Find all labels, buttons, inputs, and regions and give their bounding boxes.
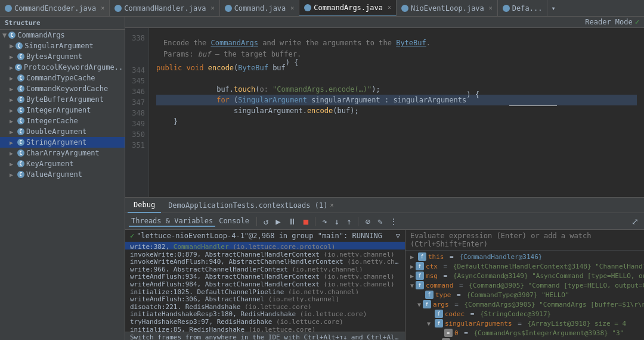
doc-buf-param: buf bbox=[198, 50, 211, 58]
tab-label-4: CommandArgs.java bbox=[314, 4, 383, 12]
var-arg-0[interactable]: ≡ 0 = {CommandArgs$IntegerArgument@3938}… bbox=[405, 328, 644, 338]
bottom-status-bar: Switch frames from anywhere in the IDE w… bbox=[125, 332, 405, 340]
stack-frame-11[interactable]: initialize:85, RedisHandshake (io.lettuc… bbox=[125, 325, 405, 332]
item-arrow-9: ▶ bbox=[10, 129, 16, 135]
tab-close-2[interactable]: × bbox=[211, 5, 215, 11]
tab-close-5[interactable]: × bbox=[489, 5, 493, 11]
item-icon-11: C bbox=[17, 149, 24, 157]
stack-frame-9[interactable]: initiateHandshakeResp3:180, RedisHandsha… bbox=[125, 309, 405, 317]
tab-command[interactable]: Command.java × bbox=[220, 0, 300, 17]
code-content[interactable]: Encode the CommandArgs and write the arg… bbox=[149, 28, 644, 197]
tree-item-key-argument[interactable]: ▶ C KeyArgument bbox=[0, 158, 125, 169]
tree-item-integer-cache[interactable]: ▶ C IntegerCache bbox=[0, 116, 125, 126]
stack-frame-6[interactable]: initialize:1025, DefaultChannelPipeline … bbox=[125, 287, 405, 295]
stop-button[interactable]: ■ bbox=[302, 216, 310, 227]
tree-item-double-argument[interactable]: ▶ C DoubleArgument bbox=[0, 126, 125, 137]
eval-expression-bar[interactable]: Evaluate expression (Enter) or add a wat… bbox=[405, 230, 644, 251]
stack-frame-10[interactable]: tryHandshakeResp3:97, RedisHandshake (io… bbox=[125, 317, 405, 325]
tree-item-char-array[interactable]: ▶ C CharArrayArgument bbox=[0, 148, 125, 158]
root-arrow: ▼ bbox=[2, 31, 7, 39]
restore-button[interactable]: ⤢ bbox=[630, 216, 640, 227]
tree-item-command-keyword-cache[interactable]: ▶ C CommandKeywordCache bbox=[0, 83, 125, 94]
tree-root[interactable]: ▼ C CommandArgs bbox=[0, 30, 125, 40]
var-codec[interactable]: f codec = {StringCodec@3917} bbox=[405, 309, 644, 319]
debug-tab-test[interactable]: DemoApplicationTests.contextLoads (1) × bbox=[162, 198, 339, 213]
tab-nio-event-loop[interactable]: NioEventLoop.java × bbox=[397, 0, 498, 17]
main-layout: Structure ▼ C CommandArgs ▶ C SingularAr… bbox=[0, 17, 644, 340]
stack-frame-0[interactable]: write:382, CommandHandler (io.lettuce.co… bbox=[125, 242, 405, 249]
reader-mode-button[interactable]: Reader Mode ✓ bbox=[585, 18, 639, 26]
stack-frame-4[interactable]: writeAndFlush:934, AbstractChannelHandle… bbox=[125, 272, 405, 279]
var-type[interactable]: f type = {CommandType@3907} "HELLO" bbox=[405, 290, 644, 300]
line-num-348: 348 bbox=[129, 108, 145, 118]
filter-icon[interactable]: ▽ bbox=[396, 232, 400, 240]
var-ctx[interactable]: ▶ f ctx = {DefaultChannelHandlerContext@… bbox=[405, 261, 644, 271]
var-msg-icon: f bbox=[416, 272, 424, 280]
doc-bytebuf-link[interactable]: ByteBuf bbox=[396, 39, 426, 47]
item-icon-10: C bbox=[17, 139, 24, 146]
debug-test-close[interactable]: × bbox=[330, 202, 333, 208]
tree-item-value-argument[interactable]: ▶ C ValueArgument bbox=[0, 169, 125, 180]
step-out-button[interactable]: ↑ bbox=[345, 216, 353, 227]
tree-item-integer-argument[interactable]: ▶ C IntegerArgument bbox=[0, 105, 125, 116]
item-icon-4: C bbox=[17, 74, 24, 82]
tree-item-bytebuffer[interactable]: ▶ C ByteBufferArgument bbox=[0, 94, 125, 105]
tab-command-encoder[interactable]: CommandEncoder.java × bbox=[0, 0, 110, 17]
debug-tab-debug[interactable]: Debug bbox=[128, 198, 161, 213]
code-line-350 bbox=[156, 127, 637, 138]
root-icon: C bbox=[8, 32, 16, 39]
item-arrow-12: ▶ bbox=[10, 161, 16, 167]
console-tab[interactable]: Console bbox=[216, 216, 252, 227]
stack-frame-5[interactable]: writeAndFlush:984, AbstractChannelHandle… bbox=[125, 279, 405, 287]
stack-frame-7[interactable]: writeAndFlush:306, AbstractChannel (io.n… bbox=[125, 294, 405, 302]
java-icon-6 bbox=[503, 5, 510, 12]
resume-button[interactable]: ▶ bbox=[274, 216, 282, 227]
line-num-338: 338 bbox=[129, 33, 145, 43]
tab-command-args[interactable]: CommandArgs.java × bbox=[299, 0, 397, 17]
var-args[interactable]: ▼ f args = {CommandArgs@3905} "CommandAr… bbox=[405, 300, 644, 309]
tree-item-string-argument[interactable]: ▶ C StringArgument bbox=[0, 137, 125, 148]
tab-overflow-button[interactable]: ▾ bbox=[547, 4, 559, 13]
tab-close-1[interactable]: × bbox=[101, 5, 104, 11]
running-label: ✓ "lettuce-nioEventLoop-4-1"@2,968 in gr… bbox=[125, 230, 405, 242]
mute-button[interactable]: ⊘ bbox=[363, 216, 371, 227]
pause-button[interactable]: ⏸ bbox=[286, 216, 298, 227]
restart-button[interactable]: ↺ bbox=[262, 216, 270, 227]
tree-item-singular-argument[interactable]: ▶ C SingularArgument bbox=[0, 40, 125, 51]
stack-frame-1[interactable]: invokeWrite:0:879, AbstractChannelHandle… bbox=[125, 249, 405, 257]
step-into-button[interactable]: ↓ bbox=[333, 216, 341, 227]
tree-item-bytes-argument[interactable]: ▶ C BytesArgument bbox=[0, 51, 125, 62]
kw-void: void bbox=[187, 63, 204, 73]
var-this[interactable]: ▶ f this = {CommandHandler@3146} bbox=[405, 252, 644, 261]
tab-defa[interactable]: Defa... bbox=[498, 0, 548, 17]
settings-button[interactable]: ⋮ bbox=[388, 216, 400, 227]
stack-frame-2[interactable]: invokeWriteAndFlush:940, AbstractChannel… bbox=[125, 257, 405, 264]
tab-close-4[interactable]: × bbox=[388, 4, 391, 11]
tab-close-3[interactable]: × bbox=[290, 5, 294, 11]
var-type-icon: f bbox=[425, 291, 434, 299]
var-singular-arguments[interactable]: ▼ f singularArguments = {ArrayList@3918}… bbox=[405, 319, 644, 328]
toolbar-sep-2 bbox=[315, 217, 315, 226]
frame-text-4: writeAndFlush:934, AbstractChannelHandle… bbox=[130, 273, 395, 279]
var-arg-1[interactable]: ≡ 1 = {CommandArgs$ProtocolKeywordArgume… bbox=[405, 338, 644, 340]
edit-button[interactable]: ✎ bbox=[376, 216, 384, 227]
java-icon-4 bbox=[304, 4, 311, 11]
step-over-button[interactable]: ↷ bbox=[320, 216, 329, 227]
tab-command-handler[interactable]: CommandHandler.java × bbox=[110, 0, 219, 17]
var-ctx-name: ctx bbox=[426, 263, 438, 270]
var-singular-args-arrow: ▼ bbox=[427, 320, 433, 327]
var-arg-0-arrow bbox=[436, 330, 442, 336]
tree-item-command-type-cache[interactable]: ▶ C CommandTypeCache bbox=[0, 73, 125, 83]
item-label-6: ByteBufferArgument bbox=[26, 95, 104, 104]
doc-commandargs-link[interactable]: CommandArgs bbox=[210, 39, 258, 47]
threads-variables-tab[interactable]: Threads & Variables bbox=[129, 216, 215, 227]
variables-list: ▶ f this = {CommandHandler@3146} ▶ f ctx… bbox=[405, 251, 644, 340]
item-arrow-11: ▶ bbox=[10, 150, 16, 157]
var-command[interactable]: ▼ f command = {Command@3905} "Command [t… bbox=[405, 280, 644, 290]
stack-frame-8[interactable]: dispatch:221, RedisHandshake (io.lettuce… bbox=[125, 302, 405, 310]
root-label: CommandArgs bbox=[17, 31, 64, 39]
var-msg[interactable]: ▶ f msg = {AsyncCommand@3149} "AsyncComm… bbox=[405, 271, 644, 280]
stack-frame-3[interactable]: write:966, AbstractChannelHandlerContext… bbox=[125, 264, 405, 272]
tree-item-protocol-keyword[interactable]: ▶ C ProtocolKeywordArgume... bbox=[0, 62, 125, 73]
var-this-eq: = bbox=[446, 253, 458, 261]
